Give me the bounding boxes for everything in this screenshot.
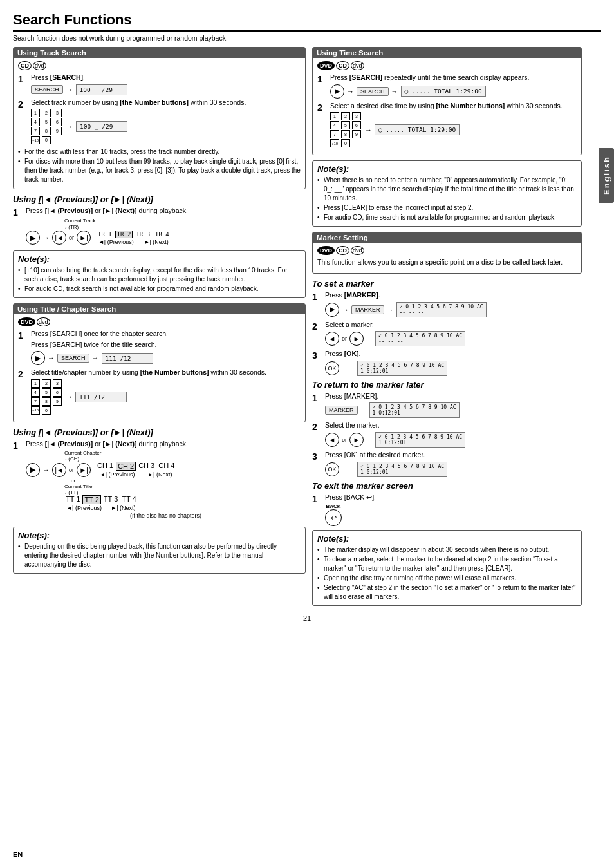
- sm2-display: ✓ 0 1 2 3 4 5 6 7 8 9 10 AC -- -- --: [375, 331, 465, 346]
- cd-icon-mk: CD: [336, 246, 349, 255]
- track-display-1: 100 _ /29: [76, 84, 127, 95]
- num-btns-ts: [the Number buttons]: [436, 102, 505, 109]
- back-circle-btn: ↩: [325, 509, 342, 526]
- or-rm2: or: [342, 437, 347, 443]
- num-btns-label2: [the Number buttons]: [140, 368, 209, 376]
- marker-disc-icons: DVD CD dvd: [317, 246, 577, 255]
- tt-prev-next: ◄| (Previous) ►| (Next): [64, 505, 138, 511]
- track-display-2: 100 _ /29: [76, 121, 127, 132]
- en-label: EN: [13, 851, 23, 858]
- dvd4-icon: dvd: [351, 246, 364, 255]
- ch2: CH 2: [116, 462, 136, 471]
- time-search-header: Using Time Search: [313, 48, 581, 58]
- rm-s2-text: Select the marker.: [325, 421, 582, 430]
- prev-arrow-label: ◄| (Previous): [98, 239, 134, 245]
- next-ch-btn: ►|: [77, 463, 91, 477]
- tc-step2-text: Select title/chapter number by using [th…: [31, 368, 301, 377]
- next-btn: ►|: [77, 231, 91, 245]
- track-labels: TR 1 TR 2 TR 3 TR 4 ◄| (Previous) ►| (Ne…: [96, 231, 171, 245]
- dvd-icon-ts: DVD: [317, 61, 335, 70]
- tc-step2-diagram: 123 456 789 +100 → 111 /12: [31, 379, 301, 415]
- dvd-icon-mk: DVD: [317, 246, 335, 255]
- page-number: – 21 –: [13, 614, 601, 622]
- marker-setting-header: Marker Setting: [313, 232, 581, 243]
- rm-s3-content: Press [OK] at the desired marker. OK ✓ 0…: [325, 451, 582, 477]
- tc-step1-content: Press [SEARCH] once for the chapter sear…: [31, 330, 301, 365]
- arrow1: →: [42, 234, 50, 241]
- note1-b1: [+10] can also bring the track search di…: [18, 266, 301, 284]
- play-btn-sm1: ▶: [325, 303, 339, 317]
- tc-k1: 1: [31, 379, 40, 388]
- tc-step1: 1 Press [SEARCH] once for the chapter se…: [18, 330, 301, 365]
- ts-k4: 4: [330, 121, 339, 129]
- key-1: 1: [31, 109, 40, 117]
- cd-icon: CD: [18, 61, 32, 70]
- ok-btn-sm: OK: [325, 361, 339, 375]
- number-buttons-label: [the Number buttons]: [120, 99, 189, 106]
- note1-box: Note(s): [+10] can also bring the track …: [13, 250, 306, 298]
- prev-btn: |◄: [52, 231, 66, 245]
- ts-step1-text: Press [SEARCH] repeatedly until the time…: [330, 73, 577, 82]
- exit-marker-section: To exit the marker screen 1 Press [BACK …: [312, 481, 582, 527]
- tr2: TR 2: [115, 231, 133, 238]
- note2-box: Note(s): Depending on the disc being pla…: [13, 527, 306, 574]
- numpad-ts: 123 456 789 +100: [330, 112, 362, 147]
- ts-display2: ○ ..... TOTAL 1:29:00: [375, 124, 460, 135]
- key-7: 7: [31, 127, 40, 135]
- tc-display2: 111 /12: [75, 392, 127, 402]
- note4-b2: To clear a marker, select the marker to …: [317, 555, 577, 573]
- ch4: CH 4: [157, 462, 176, 471]
- marker-label: [MARKER]: [344, 291, 378, 299]
- bullet-2: For discs with more than 10 but less tha…: [18, 157, 301, 184]
- note4-title: Note(s):: [317, 534, 577, 543]
- rm-s1-content: Press [MARKER]. MARKER ✓ 0 1 2 3 4 5 6 7…: [325, 392, 582, 419]
- key-8: 8: [42, 127, 51, 135]
- left-arrow-btn2: ◄: [325, 433, 339, 447]
- current-track-label: Current Track: [64, 218, 306, 223]
- pn2-text: Press [|◄ (Previous)] or [►| (Next)] dur…: [26, 440, 306, 449]
- note4-b3: Opening the disc tray or turning off the…: [317, 574, 577, 583]
- em-s1-text: Press [BACK ↩].: [325, 493, 582, 502]
- dvd-icon-small: dvd: [33, 61, 46, 70]
- marker-desc: This function allows you to assign a spe…: [317, 258, 577, 267]
- sm-s3-text: Press [OK].: [325, 350, 582, 359]
- sm-step1: 1 Press [MARKER]. ▶ → MARKER → ✓ 0 1 2 3…: [312, 291, 582, 317]
- next-label: [►| (Next)]: [103, 207, 137, 214]
- prev-next2-title: Using [|◄ (Previous)] or [►| (Next)]: [13, 428, 306, 437]
- ch-row: CH 1 CH 2 CH 3 CH 4: [96, 462, 176, 471]
- key-4: 4: [31, 118, 40, 126]
- step2-content: Select track number by using [the Number…: [31, 99, 301, 145]
- exit-marker-title: To exit the marker screen: [312, 481, 582, 491]
- track-search-header: Using Track Search: [14, 48, 305, 58]
- tr1: TR 1: [96, 231, 114, 238]
- tt-labels: TT 1 TT 2 TT 3 TT 4 ◄| (Previous) ►| (Ne…: [64, 495, 138, 511]
- set-marker-title: To set a marker: [312, 279, 582, 288]
- arrow-ch: →: [42, 466, 50, 474]
- left-arrow-btn: ◄: [325, 332, 339, 346]
- play-btn-ts: ▶: [330, 84, 344, 99]
- note3-title: Note(s):: [317, 164, 577, 174]
- rm2-display: ✓ 0 1 2 3 4 5 6 7 8 9 10 AC 1 0:12:01: [375, 432, 465, 448]
- pn1-step-num: 1: [13, 207, 22, 218]
- note3-b1: When there is no need to enter a number,…: [317, 176, 577, 203]
- tr-arrow: ↓ (TR): [64, 224, 306, 230]
- sm-s3-diagram: OK ✓ 0 1 2 3 4 5 6 7 8 9 10 AC 1 0:12:01: [325, 361, 582, 376]
- tc-k9: 9: [53, 397, 62, 406]
- tc-k5: 5: [42, 388, 51, 397]
- ch-next: ►| (Next): [147, 471, 172, 478]
- tc-k10: +10: [31, 406, 40, 415]
- prev-next1-section: Using [|◄ (Previous)] or [►| (Next)] 1 P…: [13, 194, 306, 245]
- tt-arrow: ↓ (TT): [64, 489, 306, 495]
- arrow-ts3: →: [365, 126, 372, 134]
- pn2-step-content: Press [|◄ (Previous)] or [►| (Next)] dur…: [26, 440, 306, 522]
- sm-step2: 2 Select a marker. ◄ or ► ✓ 0 1 2 3 4 5 …: [312, 321, 582, 347]
- tc-step1-num: 1: [18, 330, 27, 341]
- numpad-tc: 123 456 789 +100: [31, 379, 63, 415]
- note2-b1: Depending on the disc being played back,…: [18, 542, 301, 569]
- step1-content: Press [SEARCH]. SEARCH → 100 _ /29: [31, 73, 301, 95]
- pn2-ch-diagram: Current Chapter ↓ (CH) ▶ → |◄ or ►| CH 1: [26, 450, 306, 519]
- tt3: TT 3: [102, 495, 119, 504]
- arrow-ts: →: [347, 88, 354, 95]
- note1-list: [+10] can also bring the track search di…: [18, 266, 301, 294]
- em-s1-diagram: BACK ↩: [325, 504, 582, 526]
